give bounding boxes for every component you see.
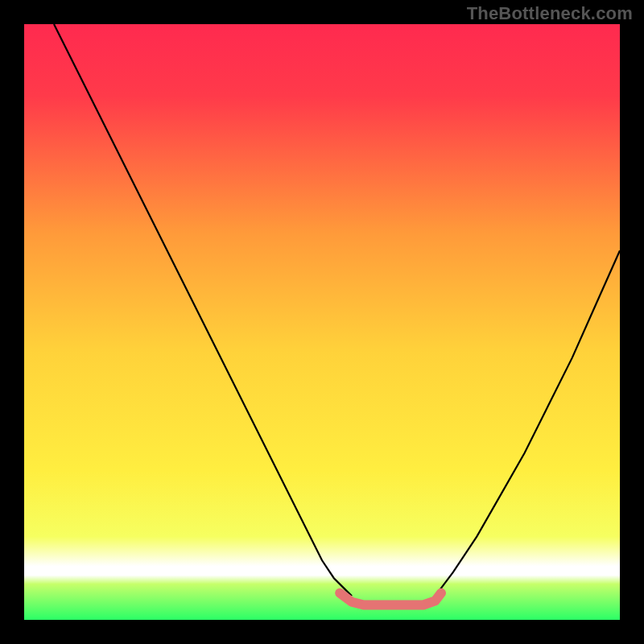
chart-svg (24, 24, 620, 620)
chart-background-gradient (24, 24, 620, 620)
watermark-text: TheBottleneck.com (467, 3, 633, 24)
chart-plot-area (24, 24, 620, 620)
